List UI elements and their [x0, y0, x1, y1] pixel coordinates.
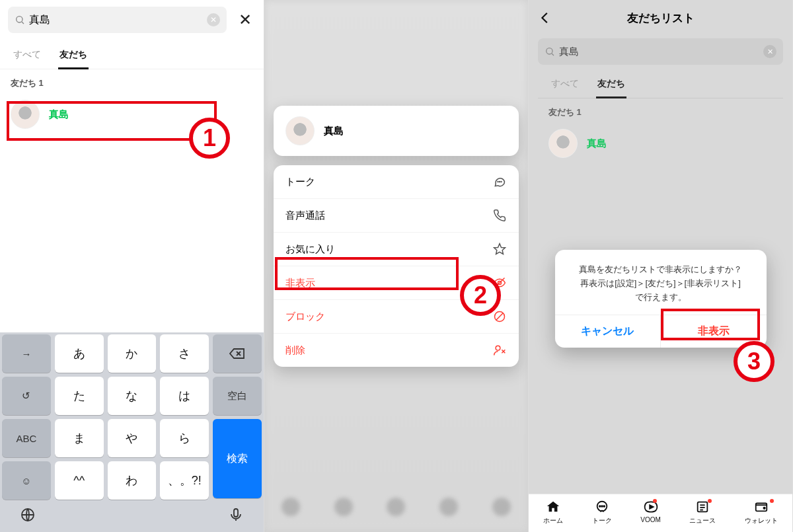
svg-point-0 [17, 17, 22, 22]
eye-off-icon [492, 276, 507, 290]
kb-key[interactable]: → [2, 334, 51, 373]
kb-key[interactable]: 、。?! [160, 461, 209, 500]
globe-icon[interactable] [20, 507, 36, 523]
friend-name: 真島 [49, 108, 69, 121]
block-icon [492, 309, 507, 324]
kb-key[interactable] [213, 334, 262, 373]
friend-name: 真島 [324, 125, 344, 137]
confirm-dialog: 真島を友だちリストで非表示にしますか？ 再表示は[設定]＞[友だち]＞[非表示リ… [555, 250, 767, 348]
kb-key[interactable]: わ [108, 461, 157, 500]
kb-key[interactable]: は [160, 377, 209, 415]
bottom-tabbar[interactable]: ホームトークVOOMニュースウォレット [529, 494, 792, 532]
tab-label: ニュース [689, 516, 716, 525]
notification-dot-icon [770, 499, 774, 503]
svg-point-17 [547, 48, 552, 54]
menu-item-star[interactable]: お気に入り [274, 233, 519, 266]
tab-friends[interactable]: 友だち [596, 71, 626, 98]
search-icon [15, 15, 25, 25]
svg-line-18 [552, 54, 554, 56]
notification-dot-icon [708, 499, 712, 503]
keyboard[interactable]: →あかさ↺たなは空白ABCまやら検索☺^^わ、。?! [0, 332, 264, 532]
menu-item-block[interactable]: ブロック [274, 300, 519, 334]
kb-key[interactable]: や [108, 419, 157, 457]
svg-line-1 [22, 22, 24, 24]
search-field[interactable]: 真島 ✕ [538, 38, 783, 65]
svg-rect-5 [234, 509, 238, 517]
notification-dot-icon [653, 499, 657, 503]
phone-icon [492, 208, 507, 223]
tab-friends[interactable]: 友だち [58, 42, 89, 69]
svg-point-8 [501, 182, 502, 182]
kb-key[interactable]: 検索 [213, 419, 262, 498]
svg-point-21 [601, 506, 603, 507]
svg-point-7 [500, 182, 500, 182]
tab-label: トーク [592, 516, 612, 525]
friend-card: 真島 [274, 106, 519, 156]
back-button[interactable] [538, 11, 552, 25]
menu-label: 非表示 [285, 277, 315, 289]
tab-label: ホーム [543, 516, 563, 525]
friend-name: 真島 [587, 137, 607, 150]
tab-label: VOOM [640, 516, 661, 523]
svg-point-6 [498, 182, 498, 182]
menu-item-phone[interactable]: 音声通話 [274, 199, 519, 233]
kb-key[interactable]: 空白 [213, 377, 262, 415]
svg-point-20 [599, 506, 600, 507]
tabbar-wallet[interactable]: ウォレット [745, 500, 778, 525]
tabbar-play[interactable]: VOOM [640, 500, 661, 525]
tabbar-news[interactable]: ニュース [689, 500, 716, 525]
user-x-icon [492, 343, 507, 358]
kb-key[interactable]: ら [160, 419, 209, 457]
svg-marker-23 [650, 505, 654, 509]
menu-item-eye-off[interactable]: 非表示 [274, 266, 519, 300]
wallet-icon [754, 500, 769, 514]
kb-key[interactable]: あ [55, 334, 104, 373]
kb-key[interactable]: ^^ [55, 461, 104, 500]
svg-point-22 [603, 506, 605, 507]
clear-icon[interactable]: ✕ [207, 13, 220, 26]
tabbar-home[interactable]: ホーム [543, 500, 563, 525]
svg-marker-9 [494, 244, 506, 254]
dialog-line1: 真島を友だちリストで非表示にしますか？ [567, 263, 755, 277]
kb-key[interactable]: な [108, 377, 157, 415]
friend-row[interactable]: 真島 [538, 122, 783, 165]
friend-row[interactable]: 真島 [0, 93, 264, 135]
menu-label: トーク [285, 176, 315, 188]
kb-key[interactable]: ↺ [2, 377, 51, 415]
mic-icon[interactable] [228, 507, 244, 523]
avatar [548, 129, 578, 158]
menu-item-user-x[interactable]: 削除 [274, 334, 519, 367]
avatar [11, 100, 40, 129]
page-title: 友だちリスト [627, 11, 695, 26]
dialog-line3: で行えます。 [567, 291, 755, 305]
kb-key[interactable]: か [108, 334, 157, 373]
context-menu: トーク音声通話お気に入り非表示ブロック削除 [274, 165, 519, 367]
section-label: 友だち 1 [538, 98, 783, 122]
close-button[interactable]: ✕ [235, 11, 256, 29]
tabbar-chat[interactable]: トーク [592, 500, 612, 525]
chat-icon [492, 174, 507, 189]
menu-label: お気に入り [285, 243, 335, 256]
kb-key[interactable]: ☺ [2, 461, 51, 500]
kb-key[interactable]: さ [160, 334, 209, 373]
tab-all[interactable]: すべて [12, 42, 42, 69]
svg-point-29 [764, 508, 765, 509]
menu-label: 削除 [285, 344, 305, 357]
search-text: 真島 [559, 46, 763, 58]
cancel-button[interactable]: キャンセル [555, 315, 661, 348]
svg-point-14 [496, 346, 500, 350]
dialog-line2: 再表示は[設定]＞[友だち]＞[非表示リスト] [567, 277, 755, 291]
tab-all[interactable]: すべて [550, 71, 580, 98]
search-field[interactable]: ✕ [8, 7, 227, 33]
kb-key[interactable]: ま [55, 419, 104, 457]
menu-item-chat[interactable]: トーク [274, 165, 519, 199]
chat-icon [595, 500, 609, 514]
kb-key[interactable]: た [55, 377, 104, 415]
menu-label: 音声通話 [285, 209, 325, 222]
hide-button[interactable]: 非表示 [661, 315, 767, 348]
kb-key[interactable]: ABC [2, 419, 51, 457]
search-input[interactable] [29, 14, 207, 26]
search-icon [545, 46, 555, 57]
clear-icon[interactable]: ✕ [763, 45, 776, 58]
avatar [285, 116, 315, 145]
